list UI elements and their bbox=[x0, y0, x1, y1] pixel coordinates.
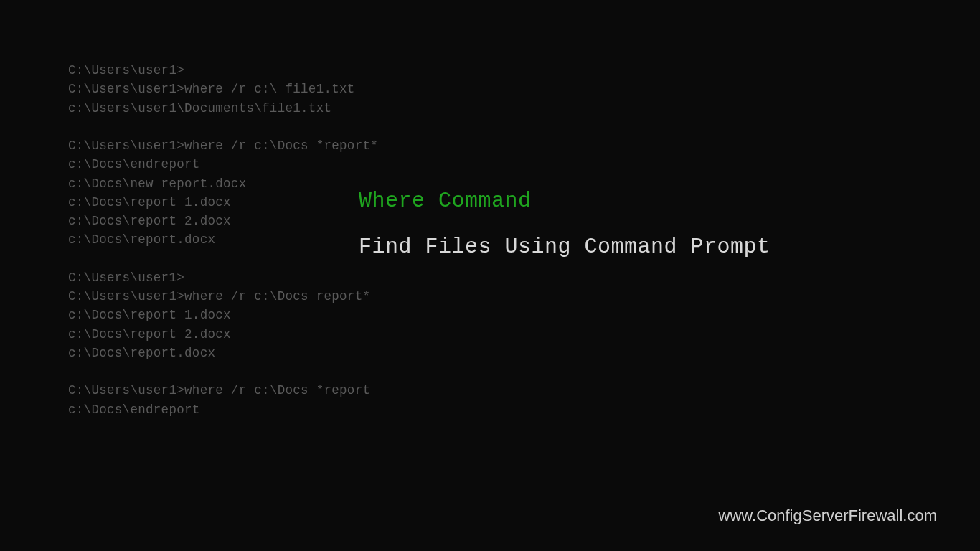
headline-block: Where Command Find Files Using Command P… bbox=[359, 189, 771, 259]
terminal-output: C:\Users\user1> C:\Users\user1>where /r … bbox=[68, 61, 378, 419]
page-title: Where Command bbox=[359, 189, 771, 213]
page-subtitle: Find Files Using Command Prompt bbox=[359, 235, 771, 259]
site-url: www.ConfigServerFirewall.com bbox=[719, 507, 937, 525]
